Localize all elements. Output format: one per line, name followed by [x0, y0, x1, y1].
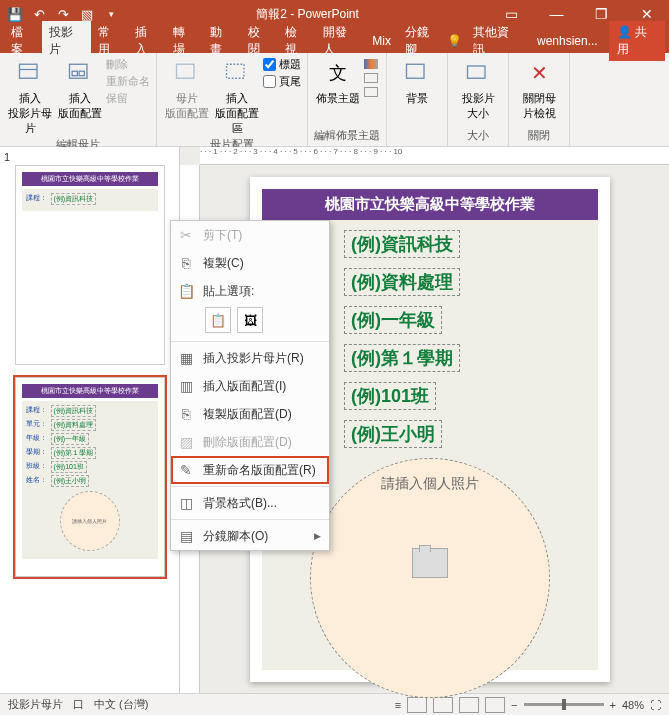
background-button[interactable]: 背景 — [393, 57, 441, 106]
menu-separator — [171, 341, 329, 342]
ribbon-group-size: 投影片 大小 大小 — [448, 53, 509, 146]
thumbnail-layout[interactable]: 桃園市立快樂高級中等學校作業 課程：(例)資訊科技 單元：(例)資料處理 年級：… — [15, 377, 165, 577]
mini-lbl: 班級： — [26, 461, 47, 473]
svg-rect-8 — [468, 66, 486, 78]
menu-separator — [171, 486, 329, 487]
menu-rename-layout[interactable]: ✎重新命名版面配置(R) — [171, 456, 329, 484]
preserve-button: 保留 — [106, 91, 150, 106]
paste-icon: 📋 — [177, 282, 195, 300]
copy-icon: ⎘ — [177, 254, 195, 272]
zoom-level[interactable]: 48% — [622, 699, 644, 711]
thumbnail-panel[interactable]: 1 桃園市立快樂高級中等學校作業 課程：(例)資訊科技 桃園市立快樂高級中等學校… — [0, 147, 180, 693]
fit-to-window-button[interactable]: ⛶ — [650, 699, 661, 711]
chk-label: 頁尾 — [279, 74, 301, 89]
menu-label: 貼上選項: — [203, 283, 254, 300]
themes-button[interactable]: 文 佈景主題 — [314, 57, 362, 106]
thumbnail-master[interactable]: 桃園市立快樂高級中等學校作業 課程：(例)資訊科技 — [15, 165, 165, 365]
zoom-in-button[interactable]: + — [610, 699, 616, 711]
menu-copy[interactable]: ⎘複製(C) — [171, 249, 329, 277]
menu-label: 剪下(T) — [203, 227, 242, 244]
placeholder-icon — [221, 57, 253, 89]
menu-duplicate-layout[interactable]: ⎘複製版面配置(D) — [171, 400, 329, 428]
btn-label: 投影片 大小 — [462, 91, 495, 121]
master-layout-icon — [171, 57, 203, 89]
close-master-view-button[interactable]: ✕ 關閉母 片檢視 — [515, 57, 563, 121]
ribbon-group-theme: 文 佈景主題 編輯佈景主題 — [308, 53, 387, 146]
btn-label: 插入 版面配置區 — [213, 91, 261, 136]
field-value[interactable]: (例)101班 — [344, 382, 436, 410]
menu-background-format[interactable]: ◫背景格式(B)... — [171, 489, 329, 517]
mini-lbl: 學期： — [26, 447, 47, 459]
status-language[interactable]: 中文 (台灣) — [94, 697, 148, 712]
menu-storyboard[interactable]: ▤分鏡腳本(O)▶ — [171, 522, 329, 550]
slide-size-button[interactable]: 投影片 大小 — [454, 57, 502, 121]
image-icon — [412, 548, 448, 578]
menu-label: 背景格式(B)... — [203, 495, 277, 512]
status-mode[interactable]: 投影片母片 — [8, 697, 63, 712]
share-button[interactable]: 👤 共用 — [609, 21, 665, 61]
svg-rect-7 — [407, 64, 425, 78]
slide-master-icon: ▦ — [177, 349, 195, 367]
insert-layout-button[interactable]: 插入 版面配置 — [56, 57, 104, 121]
field-value[interactable]: (例)一年級 — [344, 306, 442, 334]
thumb-photo-circle: 請插入個人照片 — [60, 491, 120, 551]
paste-keep-source-button[interactable]: 📋 — [205, 307, 231, 333]
mini-val: (例)王小明 — [51, 475, 90, 487]
cut-icon: ✂ — [177, 226, 195, 244]
btn-label: 佈景主題 — [316, 91, 360, 106]
menu-label: 刪除版面配置(D) — [203, 434, 292, 451]
btn-label: 關閉母 片檢視 — [523, 91, 556, 121]
svg-rect-5 — [177, 64, 195, 78]
thumb-title: 桃園市立快樂高級中等學校作業 — [22, 172, 158, 186]
close-icon: ✕ — [523, 57, 555, 89]
share-icon: 👤 — [617, 25, 632, 39]
group-label — [393, 142, 441, 144]
menu-label: 複製版面配置(D) — [203, 406, 292, 423]
master-layout-button[interactable]: 母片 版面配置 — [163, 57, 211, 121]
photo-placeholder-circle[interactable]: 請插入個人照片 — [310, 458, 550, 698]
ribbon-group-edit-master: 插入 投影片母片 插入 版面配置 刪除 重新命名 保留 編輯母片 — [0, 53, 157, 146]
chk-label: 標題 — [279, 57, 301, 72]
layout-icon: ▥ — [177, 377, 195, 395]
menu-label: 分鏡腳本(O) — [203, 528, 268, 545]
mini-lbl: 單元： — [26, 419, 47, 431]
svg-rect-0 — [20, 64, 38, 78]
paste-picture-button[interactable]: 🖼 — [237, 307, 263, 333]
menu-label: 複製(C) — [203, 255, 244, 272]
group-label: 大小 — [454, 127, 502, 144]
btn-label: 母片 版面配置 — [165, 91, 209, 121]
tab-mix[interactable]: Mix — [365, 31, 398, 51]
field-value[interactable]: (例)資訊科技 — [344, 230, 460, 258]
ribbon-group-background: 背景 — [387, 53, 448, 146]
insert-slide-master-button[interactable]: 插入 投影片母片 — [6, 57, 54, 136]
insert-placeholder-button[interactable]: 插入 版面配置區 — [213, 57, 261, 136]
theme-options[interactable] — [364, 57, 378, 97]
field-value[interactable]: (例)王小明 — [344, 420, 442, 448]
rename-icon: ✎ — [177, 461, 195, 479]
delete-icon: ▨ — [177, 433, 195, 451]
ribbon: 插入 投影片母片 插入 版面配置 刪除 重新命名 保留 編輯母片 母片 版面配置… — [0, 53, 669, 147]
lang-icon: 口 — [73, 697, 84, 712]
delete-button: 刪除 — [106, 57, 150, 72]
paste-options: 📋 🖼 — [171, 305, 329, 339]
rename-button: 重新命名 — [106, 74, 150, 89]
duplicate-icon: ⎘ — [177, 405, 195, 423]
background-icon — [401, 57, 433, 89]
slide-title-placeholder[interactable]: 桃園市立快樂高級中等學校作業 — [262, 189, 598, 220]
user-name[interactable]: wenhsien... — [530, 31, 605, 51]
photo-hint: 請插入個人照片 — [381, 475, 479, 493]
horizontal-ruler[interactable]: · · · 1 · · · 2 · · · 3 · · · 4 · · · 5 … — [200, 147, 669, 165]
thumb-number: 1 — [4, 151, 175, 163]
field-value[interactable]: (例)資料處理 — [344, 268, 460, 296]
mini-val: (例)一年級 — [51, 433, 90, 445]
svg-rect-4 — [79, 71, 84, 75]
ribbon-group-close: ✕ 關閉母 片檢視 關閉 — [509, 53, 570, 146]
title-checkbox[interactable]: 標題 — [263, 57, 301, 72]
btn-label: 插入 版面配置 — [58, 91, 102, 121]
field-value[interactable]: (例)第１學期 — [344, 344, 460, 372]
menu-insert-layout[interactable]: ▥插入版面配置(I) — [171, 372, 329, 400]
footer-checkbox[interactable]: 頁尾 — [263, 74, 301, 89]
size-icon — [462, 57, 494, 89]
zoom-slider[interactable] — [524, 703, 604, 706]
menu-insert-slide-master[interactable]: ▦插入投影片母片(R) — [171, 344, 329, 372]
